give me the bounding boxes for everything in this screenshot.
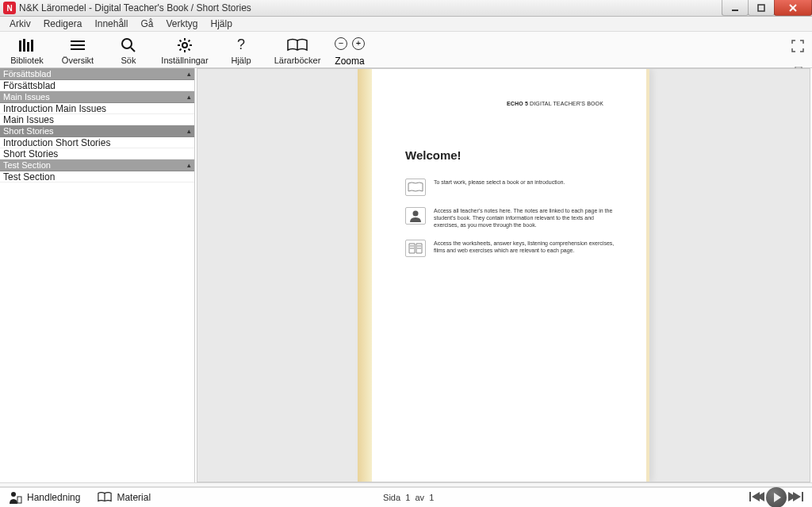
svg-rect-36 [802,492,803,501]
menu-ga[interactable]: Gå [136,17,158,31]
zoom-in-button[interactable]: + [352,37,365,50]
book-icon [98,490,112,505]
material-label: Material [117,492,151,503]
page-heading: Welcome! [405,148,462,162]
svg-point-28 [11,492,16,497]
section-test[interactable]: Test Section▴ [0,159,194,171]
page-row: To start work, please select a book or a… [405,179,618,196]
chevron-up-icon: ▴ [187,93,191,101]
page-rows: To start work, please select a book or a… [405,179,618,257]
sidebar-item-short-stories[interactable]: Short Stories [0,148,194,159]
page-row-text: To start work, please select a book or a… [434,179,565,186]
svg-rect-29 [17,497,21,503]
zooma-label: Zooma [335,56,364,67]
menu-hjalp[interactable]: Hjälp [205,17,236,31]
svg-line-20 [189,40,190,41]
app-window: N N&K Läromedel - Digital Teacher's Book… [0,0,812,507]
svg-line-12 [131,48,135,52]
menu-innehall[interactable]: Innehåll [90,17,132,31]
section-main-issues[interactable]: Main Issues▴ [0,91,194,103]
sidebar-item-forsatts[interactable]: Försättsblad [0,80,194,91]
page-header-text: ECHO 5 DIGITAL TEACHER'S BOOK [507,101,603,106]
window-controls [722,0,812,16]
zoom-out-button[interactable]: − [335,37,347,50]
bibliotek-button[interactable]: Bibliotek [6,34,48,67]
sidebar-item-test-section[interactable]: Test Section [0,171,194,182]
svg-point-23 [413,211,419,217]
chevron-up-icon: ▴ [187,70,191,78]
menu-arkiv[interactable]: Arkiv [5,17,36,31]
svg-line-21 [180,48,182,50]
svg-line-19 [189,48,190,50]
sok-button[interactable]: Sök [108,34,149,67]
maximize-button[interactable] [748,0,775,16]
svg-rect-4 [19,40,21,52]
status-bar: Handledning Material Sida 1 av 1 [0,487,812,507]
person-icon [405,207,426,225]
svg-point-11 [122,39,132,48]
lararbocker-label: Lärarböcker [274,56,321,65]
document-area[interactable]: ECHO 5 DIGITAL TEACHER'S BOOK Welcome! T… [197,68,810,482]
person-icon [8,490,22,505]
page-indicator: Sida 1 av 1 [383,493,434,502]
menu-bar: Arkiv Redigera Innehåll Gå Verktyg Hjälp [0,17,812,32]
bibliotek-label: Bibliotek [10,56,44,65]
sok-label: Sök [121,56,136,65]
svg-rect-5 [23,39,25,52]
oversikt-label: Översikt [62,56,94,65]
section-title: Försättsblad [3,69,52,79]
chevron-up-icon: ▴ [187,127,191,135]
close-button[interactable] [774,0,812,16]
svg-marker-35 [793,492,801,501]
installningar-button[interactable]: Inställningar [159,34,211,67]
page-row-text: Access the worksheets, answer keys, list… [434,240,618,254]
overview-icon [69,36,86,54]
page-preview: ECHO 5 DIGITAL TEACHER'S BOOK Welcome! T… [358,69,649,482]
hjalp-label: Hjälp [231,56,251,65]
prev-track-button[interactable] [749,490,764,506]
next-track-button[interactable] [788,490,804,506]
fullscreen-button[interactable] [791,40,804,52]
help-icon: ? [237,36,245,54]
oversikt-button[interactable]: Översikt [57,34,98,67]
svg-rect-7 [31,40,33,52]
main-area: Försättsblad▴ Försättsblad Main Issues▴ … [0,68,812,482]
worksheet-icon [405,240,426,257]
sidebar-item-intro-short[interactable]: Introduction Short Stories [0,137,194,148]
gear-icon [177,36,193,54]
section-title: Short Stories [3,126,54,136]
sidebar: Försättsblad▴ Försättsblad Main Issues▴ … [0,68,195,482]
svg-rect-1 [758,5,764,11]
svg-rect-31 [749,492,751,501]
page-row-text: Access all teacher's notes here. The not… [434,207,618,229]
book-icon [405,179,426,196]
installningar-label: Inställningar [161,56,208,65]
section-short-stories[interactable]: Short Stories▴ [0,125,194,137]
section-title: Main Issues [3,92,50,102]
menu-redigera[interactable]: Redigera [39,17,87,31]
playback-controls [749,487,804,507]
chevron-up-icon: ▴ [187,161,191,169]
menu-verktyg[interactable]: Verktyg [161,17,202,31]
zoom-group: − + Zooma [335,35,365,67]
minimize-button[interactable] [722,0,749,16]
app-icon: N [3,2,16,14]
sidebar-item-intro-main[interactable]: Introduction Main Issues [0,103,194,114]
page-row: Access all teacher's notes here. The not… [405,207,618,229]
handledning-button[interactable]: Handledning [8,490,80,505]
svg-line-18 [180,40,182,41]
svg-point-13 [182,43,187,48]
sidebar-item-main-issues[interactable]: Main Issues [0,114,194,125]
section-title: Test Section [3,160,51,170]
titlebar: N N&K Läromedel - Digital Teacher's Book… [0,0,812,17]
svg-rect-6 [27,42,29,52]
section-forsatts[interactable]: Försättsblad▴ [0,68,194,80]
toolbar: Bibliotek Översikt Sök Inställningar ? H… [0,32,812,68]
play-button[interactable] [766,487,787,507]
lararbocker-button[interactable]: Lärarböcker [271,34,324,67]
page-color-stripe [358,69,372,482]
window-title: N&K Läromedel - Digital Teacher's Book /… [19,2,251,13]
hjalp-button[interactable]: ? Hjälp [220,34,262,67]
library-icon [18,36,36,54]
material-button[interactable]: Material [98,490,151,505]
